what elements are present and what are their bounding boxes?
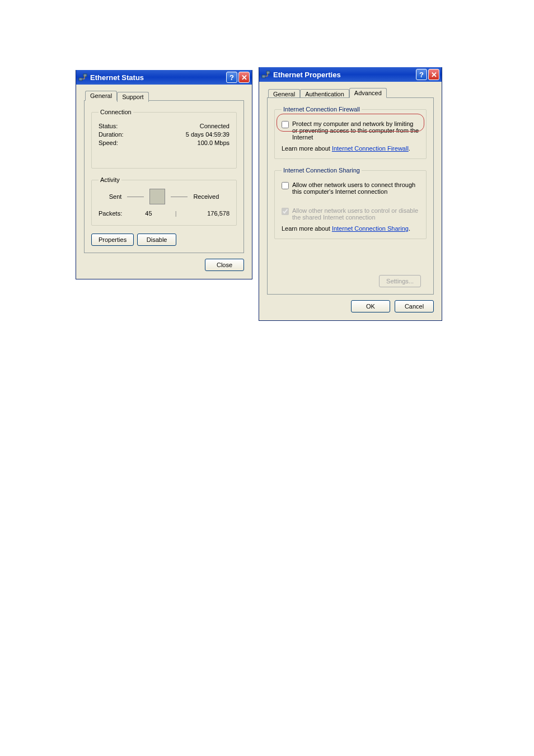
svg-rect-0: [79, 78, 82, 81]
close-button[interactable]: ✕: [428, 69, 439, 80]
help-button[interactable]: ?: [416, 69, 427, 80]
ics-learn: Learn more about Internet Connection Sha…: [282, 225, 419, 232]
packets-received: 176,578: [177, 210, 229, 217]
ics-allow-connect-row[interactable]: Allow other network users to connect thr…: [282, 181, 419, 195]
icf-group: Internet Connection Firewall Protect my …: [274, 106, 427, 159]
tab-general[interactable]: General: [85, 91, 117, 101]
icf-protect-checkbox[interactable]: [282, 121, 289, 128]
tab-panel: Connection Status: Connected Duration: 5…: [84, 100, 244, 253]
ics-learn-link[interactable]: Internet Connection Sharing: [332, 225, 409, 232]
packets-sent: 45: [122, 210, 175, 217]
icf-protect-row[interactable]: Protect my computer and network by limit…: [282, 120, 419, 141]
properties-button[interactable]: Properties: [91, 234, 134, 246]
icf-learn-link[interactable]: Internet Connection Firewall: [332, 145, 409, 152]
connection-group: Connection Status: Connected Duration: 5…: [91, 109, 237, 169]
ics-allow-connect-label: Allow other network users to connect thr…: [292, 181, 419, 195]
titlebar[interactable]: Ethernet Status ? ✕: [76, 70, 252, 85]
disable-button[interactable]: Disable: [137, 234, 176, 246]
ics-allow-control-checkbox: [282, 208, 289, 215]
tab-panel: Internet Connection Firewall Protect my …: [267, 97, 434, 295]
tab-support[interactable]: Support: [117, 92, 149, 102]
dialog-body: General Support Connection Status: Conne…: [76, 85, 252, 279]
status-value: Connected: [200, 123, 229, 129]
svg-rect-3: [266, 71, 270, 74]
connection-legend: Connection: [99, 109, 133, 115]
dialog-body: General Authentication Advanced Internet…: [259, 82, 442, 320]
received-label: Received: [193, 193, 219, 200]
title-text: Ethernet Properties: [273, 71, 416, 79]
connection-icon: [78, 73, 87, 82]
settings-button: Settings...: [379, 275, 421, 287]
ics-group: Internet Connection Sharing Allow other …: [274, 167, 427, 239]
title-text: Ethernet Status: [90, 73, 226, 82]
sent-label: Sent: [109, 193, 122, 200]
network-activity-icon: [149, 189, 165, 204]
ethernet-status-dialog: Ethernet Status ? ✕ General Support Conn…: [76, 70, 252, 279]
status-label: Status:: [99, 123, 118, 129]
svg-rect-2: [262, 75, 265, 78]
packets-label: Packets:: [99, 210, 122, 217]
icf-legend: Internet Connection Firewall: [282, 106, 362, 113]
ethernet-properties-dialog: Ethernet Properties ? ✕ General Authenti…: [259, 67, 442, 321]
speed-label: Speed:: [99, 139, 118, 146]
speed-value: 100.0 Mbps: [198, 139, 229, 146]
ics-allow-control-label: Allow other network users to control or …: [292, 207, 419, 221]
connection-icon: [261, 70, 270, 79]
activity-legend: Activity: [99, 176, 121, 183]
line-left: [127, 197, 144, 197]
ics-legend: Internet Connection Sharing: [282, 167, 362, 174]
ics-allow-connect-checkbox[interactable]: [282, 182, 289, 189]
cancel-button[interactable]: Cancel: [395, 300, 434, 312]
tab-advanced[interactable]: Advanced: [349, 88, 387, 98]
duration-label: Duration:: [99, 131, 124, 138]
line-right: [171, 197, 188, 197]
icf-protect-label: Protect my computer and network by limit…: [292, 120, 419, 141]
ok-button[interactable]: OK: [351, 300, 390, 312]
svg-rect-1: [83, 74, 87, 77]
tabs: General Authentication Advanced: [268, 88, 434, 98]
close-button-footer[interactable]: Close: [205, 259, 244, 271]
duration-value: 5 days 04:59:39: [186, 131, 229, 138]
titlebar[interactable]: Ethernet Properties ? ✕: [259, 67, 442, 82]
close-button[interactable]: ✕: [238, 72, 250, 83]
help-button[interactable]: ?: [226, 72, 237, 83]
activity-group: Activity Sent Received Packets: 45 | 176…: [91, 176, 237, 226]
tabs: General Support: [85, 91, 244, 101]
icf-learn: Learn more about Internet Connection Fir…: [282, 145, 419, 152]
ics-allow-control-row: Allow other network users to control or …: [282, 207, 419, 221]
